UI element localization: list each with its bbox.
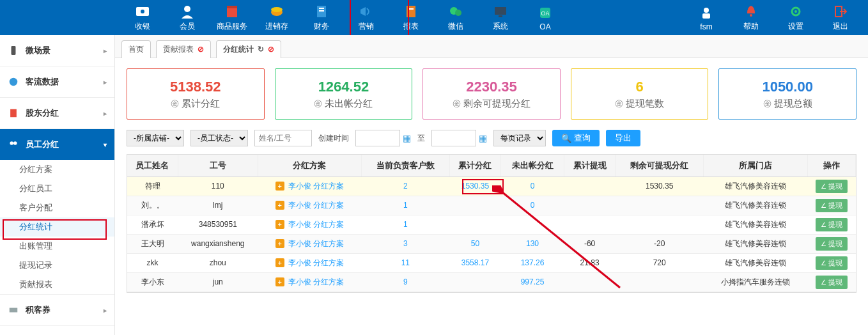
link[interactable]: 130	[526, 239, 539, 248]
nav-system[interactable]: 系统	[478, 0, 523, 35]
plan-link[interactable]: 李小俊 分红方案	[288, 200, 344, 211]
sidebar-item-客户分配[interactable]: 客户分配	[0, 198, 114, 217]
sidebar-item-提现记录[interactable]: 提现记录	[0, 256, 114, 275]
nav-right-person[interactable]: fsm	[684, 0, 729, 35]
sidebar-group-员工分红[interactable]: 员工分红▾	[0, 129, 114, 160]
name-input[interactable]	[254, 130, 312, 146]
tab-贡献报表[interactable]: 贡献报表 ⊘	[156, 40, 211, 58]
main-area: 首页贡献报表 ⊘分红统计 ↻ ⊘ 5138.52㊎累计分红1264.52㊎未出帐…	[115, 35, 868, 335]
sidebar-item-贡献报表[interactable]: 贡献报表	[0, 275, 114, 294]
nav-wechat[interactable]: 微信	[433, 0, 478, 35]
link[interactable]: 1	[403, 220, 408, 229]
nav-goods[interactable]: 商品服务	[210, 0, 254, 35]
nav-report[interactable]: 报表	[389, 0, 433, 35]
sidebar-group-积客券[interactable]: 积客券▸	[0, 295, 114, 325]
link[interactable]: 0	[531, 182, 535, 191]
plus-icon[interactable]: +	[275, 239, 284, 248]
sidebar-item-出账管理[interactable]: 出账管理	[0, 237, 114, 256]
card-label: ㊎提现总额	[763, 98, 812, 110]
link[interactable]: 1530.35	[461, 182, 489, 191]
plan-link[interactable]: 李小俊 分红方案	[288, 277, 344, 288]
close-icon[interactable]: ⊘	[268, 45, 274, 54]
query-button[interactable]: 🔍查询	[552, 130, 600, 146]
nav-right-bell[interactable]: 帮助	[729, 0, 773, 35]
calendar-icon[interactable]: ▦	[479, 133, 487, 143]
svg-point-27	[10, 141, 13, 145]
card-value: 1264.52	[318, 79, 369, 95]
nav-cash[interactable]: 收银	[120, 0, 165, 35]
nav-finance[interactable]: 财务	[299, 0, 344, 35]
nav-oa[interactable]: OAOA	[523, 0, 568, 35]
withdraw-button[interactable]: 提现	[816, 256, 848, 270]
withdraw-button[interactable]: 提现	[816, 237, 848, 251]
cell-op: 提现	[807, 176, 855, 196]
refresh-icon[interactable]: ↻	[258, 45, 264, 54]
link[interactable]: 50	[471, 239, 479, 248]
svg-text:OA: OA	[541, 10, 549, 17]
cell: 小拇指汽车服务连锁	[704, 272, 808, 292]
nav-right-gear[interactable]: 设置	[773, 0, 818, 35]
cell: 1	[361, 196, 449, 215]
withdraw-button[interactable]: 提现	[816, 276, 848, 289]
cell: zhou	[178, 253, 258, 272]
sidebar-group-股东分红[interactable]: 股东分红▸	[0, 98, 114, 129]
nav-label: 商品服务	[217, 21, 247, 32]
plan-link[interactable]: 李小俊 分红方案	[288, 219, 344, 230]
card-label: ㊎提现笔数	[615, 98, 664, 110]
tab-分红统计[interactable]: 分红统计 ↻ ⊘	[216, 40, 281, 58]
export-button[interactable]: 导出	[606, 130, 640, 146]
tab-首页[interactable]: 首页	[121, 40, 151, 58]
link[interactable]: 1	[403, 201, 408, 210]
svg-point-22	[794, 10, 797, 13]
link[interactable]: 997.25	[521, 277, 545, 286]
plus-icon[interactable]: +	[275, 277, 284, 286]
cell-op: 提现	[807, 272, 855, 292]
cell: 348530951	[178, 215, 258, 234]
link[interactable]: 2	[403, 182, 408, 191]
nav-right-exit[interactable]: 退出	[818, 0, 863, 35]
plan-link[interactable]: 李小俊 分红方案	[288, 238, 344, 249]
sidebar-item-分红统计[interactable]: 分红统计	[0, 217, 114, 237]
plus-icon[interactable]: +	[275, 258, 284, 267]
sidebar-group-客流数据[interactable]: 客流数据▸	[0, 66, 114, 97]
user-icon	[179, 3, 196, 20]
link[interactable]: 137.26	[521, 258, 545, 267]
withdraw-button[interactable]: 提现	[816, 180, 848, 193]
plus-icon[interactable]: +	[275, 182, 284, 191]
cell: 21.83	[564, 253, 616, 272]
plus-icon[interactable]: +	[275, 220, 284, 229]
calendar-icon[interactable]: ▦	[403, 133, 411, 143]
cell: -60	[564, 234, 616, 253]
cell: 997.25	[500, 272, 564, 292]
link[interactable]: 3558.17	[461, 258, 489, 267]
svg-rect-26	[10, 109, 17, 117]
nav-user[interactable]: 会员	[165, 0, 210, 35]
cell-op: 提现	[807, 253, 855, 272]
date-from-input[interactable]	[355, 130, 400, 146]
cell: 刘。。	[127, 196, 178, 215]
sidebar-item-分红方案[interactable]: 分红方案	[0, 160, 114, 179]
withdraw-button[interactable]: 提现	[816, 199, 848, 212]
plan-link[interactable]: 李小俊 分红方案	[288, 258, 344, 269]
date-to-input[interactable]	[431, 130, 476, 146]
plan-link[interactable]: 李小俊 分红方案	[288, 181, 344, 192]
sidebar-item-分红员工[interactable]: 分红员工	[0, 179, 114, 198]
nav-speaker[interactable]: 营销	[344, 0, 389, 35]
sidebar-group-微场景[interactable]: 微场景▸	[0, 35, 114, 66]
link[interactable]: 3	[403, 239, 408, 248]
cell: 50	[450, 234, 501, 253]
nav-stock[interactable]: 进销存	[254, 0, 299, 35]
page-size-select[interactable]: 每页记录	[493, 130, 546, 146]
link[interactable]: 11	[401, 258, 410, 267]
withdraw-button[interactable]: 提现	[816, 218, 848, 231]
cell: 雄飞汽修美容连锁	[704, 196, 808, 215]
status-select[interactable]: -员工状态-	[190, 130, 248, 146]
cell: 雄飞汽修美容连锁	[704, 253, 808, 272]
link[interactable]: 0	[531, 201, 535, 210]
close-icon[interactable]: ⊘	[198, 45, 204, 54]
cell: 9	[361, 272, 449, 292]
link[interactable]: 9	[403, 277, 408, 286]
plus-icon[interactable]: +	[275, 201, 284, 210]
store-select[interactable]: -所属店铺-	[127, 130, 184, 146]
group-label: 微场景	[26, 45, 50, 56]
